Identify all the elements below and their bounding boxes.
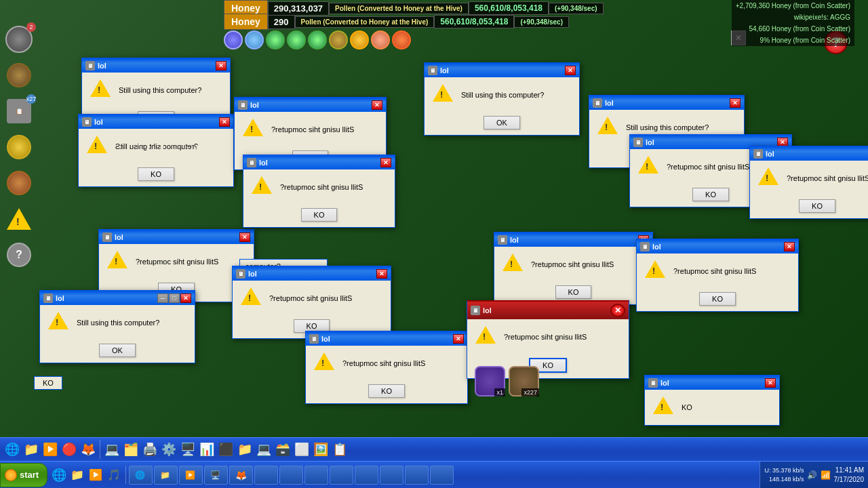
taskbar2-icon13[interactable]: 🗃️ <box>273 440 292 459</box>
taskbar2-icon4[interactable]: 💻 <box>102 440 121 459</box>
dialog-3-titlebar[interactable]: 🖥 lol ✕ <box>235 98 386 112</box>
taskbar-item-1[interactable]: 🌐 <box>129 466 153 485</box>
dialog-13-ko-button[interactable]: KO <box>555 285 592 299</box>
dialog-16-titlebar[interactable]: 🖥 lol ✕ <box>645 376 779 390</box>
dialog-13-titlebar[interactable]: 🖥 lol ✕ <box>494 233 652 247</box>
game-icon-5[interactable] <box>308 30 327 49</box>
dialog-9-min[interactable]: ─ <box>157 293 168 303</box>
taskbar-item-11[interactable] <box>405 466 429 485</box>
dialog-9-max[interactable]: □ <box>169 293 180 303</box>
taskbar2-icon14[interactable]: ⬜ <box>292 440 311 459</box>
honey-stats: 560,610/8,053,418 <box>469 1 549 15</box>
dialog-7-ko-button[interactable]: KO <box>692 188 729 201</box>
dialog-11-close[interactable]: ✕ <box>376 269 387 279</box>
honey-sublabel2: Pollen (Converted to Honey at the Hive) <box>295 16 435 28</box>
dialog-6-close[interactable]: ✕ <box>730 98 741 108</box>
dialog-9-ok-button[interactable]: OK <box>99 344 136 357</box>
taskbar2-ie[interactable]: 🌐 <box>3 440 22 459</box>
dialog-14-titlebar[interactable]: 🖥 lol ✕ <box>637 240 798 253</box>
taskbar-item-12[interactable] <box>430 466 454 485</box>
taskbar-item-firefox[interactable]: 🦊 <box>229 466 253 485</box>
dialog-14-ko-button[interactable]: KO <box>699 292 736 306</box>
dialog-15-title: lol <box>483 306 492 314</box>
taskbar-item-5[interactable] <box>254 466 278 485</box>
dialog-12-close[interactable]: ✕ <box>453 334 464 344</box>
tray-volume[interactable]: 🔊 <box>807 470 818 481</box>
taskbar2-icon11[interactable]: 📁 <box>235 440 254 459</box>
game-item-2[interactable]: x227 <box>509 366 539 396</box>
dialog-2-close[interactable]: ✕ <box>219 117 230 127</box>
dialog-8-close[interactable]: ✕ <box>239 232 250 242</box>
taskbar-item-10[interactable] <box>380 466 403 485</box>
dialog-1-close[interactable]: ✕ <box>216 61 226 70</box>
taskbar2-folder[interactable]: 📁 <box>22 440 41 459</box>
start-button[interactable]: start <box>0 463 47 487</box>
dialog-8-titlebar[interactable]: 🖥 lol ✕ <box>99 230 254 244</box>
dialog-5-ok-button[interactable]: OK <box>484 116 520 129</box>
dialog-4-ko-button[interactable]: KO <box>301 208 338 222</box>
dialog-16-close[interactable]: ✕ <box>765 378 776 388</box>
dialog-9-titlebar[interactable]: 🖥 lol ─ □ ✕ <box>40 291 195 305</box>
honey-label2: Honey <box>224 14 268 30</box>
dialog-6-warning-icon: ! <box>597 117 619 138</box>
taskbar2-icon9[interactable]: 📊 <box>197 440 216 459</box>
taskbar-item-2[interactable]: 📁 <box>154 466 178 485</box>
taskbar-item-9[interactable] <box>355 466 378 485</box>
taskbar2-icon3[interactable]: 🔴 <box>60 440 79 459</box>
dialog-11: 🖥 lol ✕ ! ?retupmoc siht gnisu llitS KO <box>232 266 391 339</box>
taskbar-item-7[interactable] <box>304 466 328 485</box>
dialog-14-close[interactable]: ✕ <box>784 242 795 251</box>
dialog-16-icon: 🖥 <box>648 378 658 388</box>
taskbar2-icon6[interactable]: 🖨️ <box>140 440 159 459</box>
game-icon-3[interactable] <box>266 30 285 49</box>
taskbar-item-4[interactable]: 🖥️ <box>204 466 228 485</box>
dialog-5-close[interactable]: ✕ <box>565 66 576 75</box>
game-icon-6[interactable] <box>329 30 348 49</box>
dialog-4-buttons: KO <box>243 205 395 227</box>
ql-media[interactable]: ▶️ <box>87 466 104 484</box>
ql-folder[interactable]: 📁 <box>68 466 86 484</box>
taskbar2-media[interactable]: ▶️ <box>41 440 60 459</box>
ql-ie[interactable]: 🌐 <box>50 466 68 484</box>
taskbar2-icon10[interactable]: ⬛ <box>216 440 235 459</box>
taskbar2-icon5[interactable]: 🗂️ <box>121 440 140 459</box>
dialog-1-titlebar[interactable]: 🖥 lol ✕ <box>82 59 230 73</box>
dialog-7b-titlebar[interactable]: 🖥 lol ✕ <box>750 147 868 161</box>
taskbar-item-6[interactable] <box>279 466 303 485</box>
dialog-11-titlebar[interactable]: 🖥 lol ✕ <box>233 267 391 281</box>
dialog-15-warning-icon: ! <box>475 326 497 348</box>
taskbar-item-3[interactable]: ▶️ <box>179 466 203 485</box>
dialog-4-titlebar[interactable]: 🖥 lol ✕ <box>243 156 395 169</box>
dialog-16-content: ! KO <box>645 390 779 425</box>
dialog-12-ko-button[interactable]: KO <box>368 384 405 398</box>
taskbar2-icon15[interactable]: 🖼️ <box>311 440 330 459</box>
game-item-1[interactable]: x1 <box>475 366 505 396</box>
dialog-15-close[interactable]: ✕ <box>610 304 625 317</box>
dialog-12-message: ?retupmoc siht gnisu llitS <box>342 359 425 367</box>
taskbar-item-8[interactable] <box>330 466 353 485</box>
taskbar2-icon7[interactable]: ⚙️ <box>159 440 178 459</box>
taskbar2-icon12[interactable]: 💻 <box>254 440 273 459</box>
dialog-4-close[interactable]: ✕ <box>380 158 391 167</box>
dialog-12-titlebar[interactable]: 🖥 lol ✕ <box>306 332 467 346</box>
tray-network[interactable]: 📶 <box>821 470 831 481</box>
dialog-7b-ko-button[interactable]: KO <box>799 199 835 213</box>
game-icon-1[interactable] <box>224 30 243 49</box>
game-icon-7[interactable] <box>350 30 369 49</box>
dialog-6-titlebar[interactable]: 🖥 lol ✕ <box>589 96 744 110</box>
taskbar2-firefox[interactable]: 🦊 <box>79 440 98 459</box>
dialog-2-titlebar[interactable]: 🖥 lol ✕ <box>79 115 233 129</box>
dialog-5-titlebar[interactable]: 🖥 lol ✕ <box>425 64 579 77</box>
taskbar2-icon16[interactable]: 📋 <box>330 440 349 459</box>
game-icon-8[interactable] <box>371 30 390 49</box>
game-icon-4[interactable] <box>287 30 306 49</box>
dialog-15-titlebar[interactable]: 🖥 lol ✕ <box>467 302 629 319</box>
honey-value2-text: 290 <box>274 17 289 27</box>
ql-icon4[interactable]: 🎵 <box>105 466 123 484</box>
dialog-3-close[interactable]: ✕ <box>372 100 382 110</box>
game-icon-9[interactable] <box>392 30 411 49</box>
taskbar2-icon8[interactable]: 🖥️ <box>178 440 197 459</box>
game-icon-2[interactable] <box>245 30 264 49</box>
dialog-9-close[interactable]: ✕ <box>180 293 191 303</box>
dialog-2-ko-button[interactable]: KO <box>138 167 174 181</box>
